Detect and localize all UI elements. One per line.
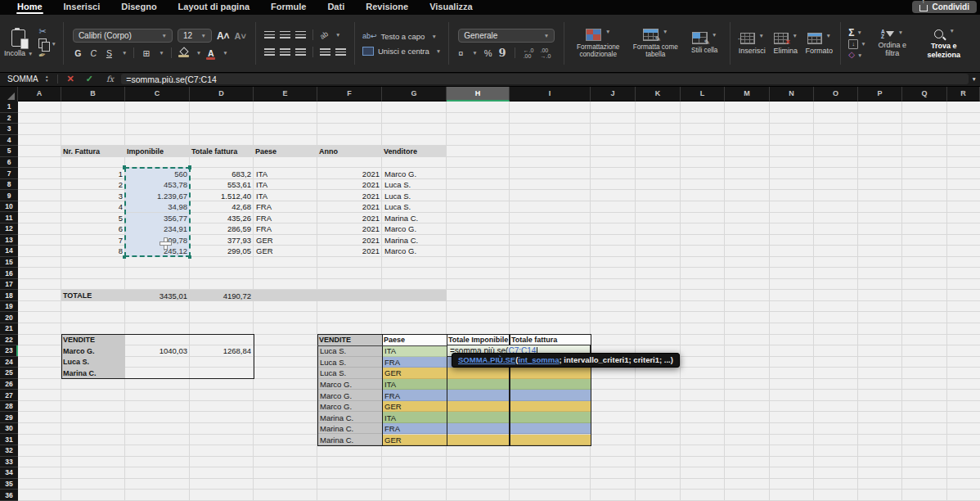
cell-G24[interactable]: FRA xyxy=(382,357,447,368)
formula-bar-expand-icon[interactable]: ▼ xyxy=(972,76,977,82)
cell-B24[interactable]: Luca S. xyxy=(61,357,125,368)
cell-G13[interactable]: Marina C. xyxy=(382,235,447,246)
cell-D7[interactable]: 683,2 xyxy=(190,168,254,179)
cell-G23[interactable]: ITA xyxy=(382,345,447,357)
row-header-12[interactable]: 12 xyxy=(0,223,18,235)
column-header-H[interactable]: H xyxy=(447,86,510,102)
row-header-24[interactable]: 24 xyxy=(0,357,18,368)
cell-F12[interactable]: 2021 xyxy=(317,223,382,235)
cell-D12[interactable]: 286,59 xyxy=(190,223,254,235)
cell-G10[interactable]: Luca S. xyxy=(382,201,447,213)
cell-F8[interactable]: 2021 xyxy=(317,179,382,191)
column-header-N[interactable]: N xyxy=(770,86,814,102)
cell-E14[interactable]: GER xyxy=(254,246,317,257)
column-header-B[interactable]: B xyxy=(61,86,125,102)
selection-handle[interactable] xyxy=(123,255,127,260)
row-header-34[interactable]: 34 xyxy=(0,467,18,479)
cell-F29[interactable]: Marina C. xyxy=(317,412,382,423)
row-header-19[interactable]: 19 xyxy=(0,301,18,313)
cell-E10[interactable]: FRA xyxy=(254,201,317,213)
sort-filter-button[interactable]: AZ▼ Ordina e filtra xyxy=(871,29,914,58)
cell-F24[interactable]: Luca S. xyxy=(317,357,382,368)
cell-D8[interactable]: 553,61 xyxy=(190,179,254,191)
cell-E5[interactable]: Paese xyxy=(254,146,317,157)
cell-G14[interactable]: Marco G. xyxy=(382,246,447,257)
cell-G27[interactable]: FRA xyxy=(382,390,447,401)
cell-B10[interactable]: 4 xyxy=(61,201,125,213)
cell-C7[interactable]: 560 xyxy=(125,168,190,179)
cell-H27[interactable] xyxy=(447,390,510,401)
cell-E13[interactable]: GER xyxy=(254,235,317,246)
row-header-23[interactable]: 23 xyxy=(0,345,18,357)
cell-D14[interactable]: 299,05 xyxy=(190,246,254,257)
cell-D11[interactable]: 435,26 xyxy=(190,213,254,224)
delete-cells-button[interactable]: ▼ Elimina xyxy=(770,33,801,55)
cell-C5[interactable]: Imponibile xyxy=(125,146,190,157)
format-painter-icon[interactable]: ✒ xyxy=(38,50,47,61)
row-header-7[interactable]: 7 xyxy=(0,168,18,179)
column-header-L[interactable]: L xyxy=(681,86,725,102)
row-header-5[interactable]: 5 xyxy=(0,146,18,157)
cell-F7[interactable]: 2021 xyxy=(317,168,382,179)
row-header-1[interactable]: 1 xyxy=(0,102,18,113)
currency-format-icon[interactable]: ¤ xyxy=(458,48,463,58)
cell-styles-button[interactable]: ✎▼ Stili cella xyxy=(685,32,724,54)
row-header-31[interactable]: 31 xyxy=(0,435,18,446)
cell-G5[interactable]: Venditore xyxy=(382,146,447,157)
row-header-18[interactable]: 18 xyxy=(0,290,18,301)
cell-D13[interactable]: 377,93 xyxy=(190,235,254,246)
clear-icon[interactable]: ◇ xyxy=(848,51,855,59)
wrap-text-button[interactable]: ab↩ Testo a capo ▼ xyxy=(362,32,437,41)
name-box[interactable]: SOMMA xyxy=(0,74,45,84)
cell-I31[interactable] xyxy=(510,435,591,446)
tab-disegno[interactable]: Disegno xyxy=(110,0,167,15)
cell-B13[interactable]: 7 xyxy=(61,235,125,246)
share-button[interactable]: Condividi xyxy=(912,1,977,13)
cell-G22[interactable]: Paese xyxy=(382,335,447,346)
cell-F22[interactable]: VENDITE xyxy=(317,335,382,346)
increase-decimal-icon[interactable]: ←.0.00 xyxy=(524,47,534,59)
formula-input[interactable]: =somma.più.se(C7:C14 xyxy=(121,74,968,84)
italic-button[interactable]: C xyxy=(88,48,99,58)
text-orientation-icon[interactable]: ab xyxy=(318,29,330,41)
cell-H30[interactable] xyxy=(447,423,510,435)
cell-F9[interactable]: 2021 xyxy=(317,190,382,201)
align-top-icon[interactable] xyxy=(264,31,275,38)
decrease-indent-icon[interactable] xyxy=(320,48,330,56)
cell-F31[interactable]: Marina C. xyxy=(317,435,382,446)
bold-button[interactable]: G xyxy=(73,48,83,58)
paste-button[interactable]: Incolla▼ xyxy=(4,29,33,57)
row-header-9[interactable]: 9 xyxy=(0,190,18,201)
cell-D18[interactable]: 4190,72 xyxy=(190,290,254,301)
cell-area[interactable]: =somma.più.se(C7:C14 SOMMA.PIÙ.SE(int_so… xyxy=(0,102,980,501)
row-header-17[interactable]: 17 xyxy=(0,279,18,291)
cell-G8[interactable]: Luca S. xyxy=(382,179,447,191)
column-header-Q[interactable]: Q xyxy=(902,86,947,102)
cell-H29[interactable] xyxy=(447,412,510,423)
row-header-26[interactable]: 26 xyxy=(0,379,18,390)
cell-I27[interactable] xyxy=(510,390,591,401)
cell-B9[interactable]: 3 xyxy=(61,190,125,201)
font-family-select[interactable]: Calibri (Corpo)▼ xyxy=(73,29,173,43)
cell-H25[interactable] xyxy=(447,368,510,379)
cell-B18[interactable]: TOTALE xyxy=(61,290,125,301)
column-header-M[interactable]: M xyxy=(725,86,770,102)
cell-C9[interactable]: 1.239,67 xyxy=(125,190,190,201)
column-header-C[interactable]: C xyxy=(125,86,190,102)
row-header-16[interactable]: 16 xyxy=(0,268,18,279)
cell-G12[interactable]: Marco G. xyxy=(382,223,447,235)
cell-C18[interactable]: 3435,01 xyxy=(125,290,190,301)
insert-cells-button[interactable]: ▼ Inserisci xyxy=(736,33,767,55)
cell-B22[interactable]: VENDITE xyxy=(61,335,125,346)
cell-C10[interactable]: 34,98 xyxy=(125,201,190,213)
decrease-font-button[interactable]: A˅ xyxy=(235,31,246,41)
row-header-15[interactable]: 15 xyxy=(0,257,18,269)
cell-H31[interactable] xyxy=(447,435,510,446)
cell-F27[interactable]: Marco G. xyxy=(317,390,382,401)
cell-B23[interactable]: Marco G. xyxy=(61,345,125,357)
row-header-8[interactable]: 8 xyxy=(0,179,18,191)
cell-C12[interactable]: 234,91 xyxy=(125,223,190,235)
row-header-6[interactable]: 6 xyxy=(0,157,18,169)
cell-F13[interactable]: 2021 xyxy=(317,235,382,246)
column-header-K[interactable]: K xyxy=(636,86,681,102)
